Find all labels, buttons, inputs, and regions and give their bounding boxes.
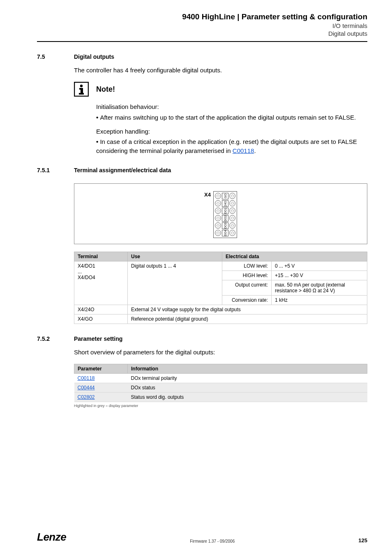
td-use-go: Reference potential (digital ground)	[128, 314, 367, 324]
note-bullet-1: After mains switching up to the start of…	[96, 113, 367, 122]
info-icon	[74, 82, 89, 97]
svg-rect-4	[79, 93, 84, 95]
td-terminal-do: X4/DO1 ... X4/DO4	[74, 261, 128, 305]
header-sub2: Digital outputs	[37, 30, 367, 37]
table-row: C00444 DOx status	[74, 383, 367, 392]
screw-icon: ⦵	[215, 222, 221, 229]
page-footer: Lenze Firmware 1.37 - 09/2006 125	[37, 531, 367, 543]
th-use: Use	[128, 252, 222, 261]
section-title: Terminal assignment/electrical data	[74, 167, 171, 173]
firmware-text: Firmware 1.37 - 09/2006	[190, 539, 235, 543]
brand-logo: Lenze	[37, 531, 66, 543]
section-title: Digital outputs	[74, 53, 114, 60]
screw-icon: ⦵	[215, 230, 221, 236]
section-7-5-1: 7.5.1 Terminal assignment/electrical dat…	[37, 167, 367, 173]
screw-icon: ⦵	[229, 208, 235, 214]
td-terminal-go: X4/GO	[74, 314, 128, 324]
header-title: 9400 HighLine | Parameter setting & conf…	[37, 12, 367, 21]
td-info: Status word dig. outputs	[128, 392, 367, 402]
td-outcur-val: max. 50 mA per output (external resistan…	[272, 280, 367, 295]
td-use-24o: External 24 V voltage supply for the dig…	[128, 305, 367, 314]
table-row: C00118 DOx terminal polarity	[74, 373, 367, 383]
th-terminal: Terminal	[74, 252, 128, 261]
section-number: 7.5.2	[37, 335, 74, 342]
note-p2: Exception handling:	[96, 127, 367, 136]
page-header: 9400 HighLine | Parameter setting & conf…	[37, 12, 367, 37]
link-c00118[interactable]: C00118	[233, 147, 254, 154]
electrical-data-table: Terminal Use Electrical data X4/DO1 ... …	[74, 252, 367, 324]
parameter-table: Parameter Information C00118 DOx termina…	[74, 364, 367, 402]
screw-icon: ⦵	[229, 230, 235, 236]
td-outcur-key: Output current:	[222, 280, 272, 295]
link-c02802[interactable]: C02802	[78, 394, 95, 400]
section-number: 7.5	[37, 53, 74, 60]
section-title: Parameter setting	[74, 335, 122, 342]
th-parameter: Parameter	[74, 364, 128, 373]
screw-icon: ⦵	[215, 193, 221, 199]
note-bullet-2: In case of a critical exception in the a…	[96, 137, 367, 155]
screw-icon: ⦵	[229, 193, 235, 199]
x4-label: X4	[204, 192, 211, 198]
th-electrical: Electrical data	[222, 252, 367, 261]
td-low-val: 0 ... +5 V	[272, 261, 367, 271]
th-information: Information	[128, 364, 367, 373]
note-block: Note! Initialisation behaviour: After ma…	[74, 82, 367, 155]
td-high-key: HIGH level:	[222, 271, 272, 280]
td-use-do: Digital outputs 1 ... 4	[128, 261, 222, 305]
pin-label: DO3	[222, 222, 228, 229]
note-p1: Initialisation behaviour:	[96, 102, 367, 111]
td-low-key: LOW level:	[222, 261, 272, 271]
page-number: 125	[358, 537, 367, 543]
svg-rect-3	[81, 88, 83, 94]
pin-label: DO1	[222, 208, 228, 214]
section-intro: The controller has 4 freely configurable…	[74, 66, 367, 74]
note-b2-tail: .	[254, 147, 256, 154]
note-b2-text: In case of a critical exception in the a…	[96, 138, 357, 154]
table-row: C02802 Status word dig. outputs	[74, 392, 367, 402]
link-c00444[interactable]: C00444	[78, 385, 95, 391]
td-info: DOx status	[128, 383, 367, 392]
screw-icon: ⦵	[215, 215, 221, 221]
header-sub1: I/O terminals	[37, 22, 367, 29]
pin-label: 24O	[222, 200, 228, 207]
pin-label: GO	[222, 193, 228, 199]
td-terminal-24o: X4/24O	[74, 305, 128, 314]
svg-point-1	[80, 85, 83, 87]
td-conv-key: Conversion rate:	[222, 295, 272, 305]
x4-connector: ⦵GO⦵ ⦵24O⦵ ⦵DO1⦵ ⦵DO2⦵ ⦵DO3⦵ ⦵DO4⦵	[213, 191, 237, 238]
section-intro-752: Short overview of parameters for the dig…	[74, 348, 367, 356]
section-7-5: 7.5 Digital outputs	[37, 53, 367, 60]
header-divider	[37, 41, 367, 42]
td-conv-val: 1 kHz	[272, 295, 367, 305]
td-high-val: +15 ... +30 V	[272, 271, 367, 280]
screw-icon: ⦵	[229, 200, 235, 206]
note-label: Note!	[96, 85, 115, 94]
screw-icon: ⦵	[229, 215, 235, 221]
screw-icon: ⦵	[229, 222, 235, 229]
link-c00118-row[interactable]: C00118	[78, 375, 95, 381]
terminal-figure: X4 ⦵GO⦵ ⦵24O⦵ ⦵DO1⦵ ⦵DO2⦵ ⦵DO3⦵ ⦵DO4⦵	[74, 183, 367, 244]
section-number: 7.5.1	[37, 167, 74, 173]
pin-label: DO4	[222, 230, 228, 236]
td-info: DOx terminal polarity	[128, 373, 367, 383]
screw-icon: ⦵	[215, 208, 221, 214]
pin-label: DO2	[222, 215, 228, 222]
table-footnote: Highlighted in grey = display parameter	[74, 404, 367, 408]
section-7-5-2: 7.5.2 Parameter setting	[37, 335, 367, 342]
screw-icon: ⦵	[215, 200, 221, 206]
note-body: Initialisation behaviour: After mains sw…	[96, 102, 367, 155]
